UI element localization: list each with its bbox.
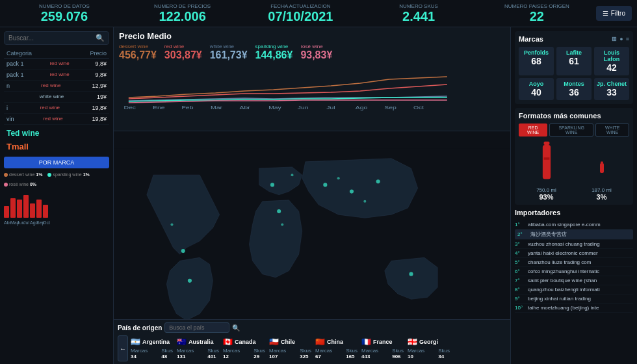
country-name: Georgi bbox=[419, 339, 438, 345]
search-input[interactable] bbox=[8, 34, 96, 42]
marcas-value: 12 bbox=[223, 354, 240, 359]
marcas-value: 443 bbox=[361, 354, 378, 359]
ted-wine-label: Ted wine bbox=[4, 125, 109, 139]
imp-num: 8° bbox=[515, 287, 525, 292]
map-section: País de origen 🔍 ← 🇦🇷 Argentina Marcas 3… bbox=[114, 131, 510, 364]
country-stats: Marcas 107 Skus 325 bbox=[269, 348, 311, 359]
formato-tab-whitewine[interactable]: WHITE WINE bbox=[595, 124, 629, 136]
country-search-icon: 🔍 bbox=[232, 324, 240, 332]
country-bar: País de origen 🔍 ← 🇦🇷 Argentina Marcas 3… bbox=[114, 319, 510, 364]
precio-stat-dessert: dessert wine456,77¥ bbox=[119, 44, 157, 61]
marcas-title-text: Marcas bbox=[519, 35, 543, 43]
formatos-title: Formatos más comunes bbox=[519, 112, 629, 120]
line-chart: Dec Ene Feb Mar Abr May Jun Jul Ago Sep … bbox=[119, 65, 505, 110]
country-name: China bbox=[327, 339, 343, 345]
p-label: sparkling wine bbox=[255, 44, 293, 49]
country-search-input[interactable] bbox=[164, 322, 229, 333]
por-marca-button[interactable]: POR MARCA bbox=[4, 157, 109, 168]
marca-name: Montes bbox=[559, 81, 589, 87]
importador-row: 5°chanzhou liuze trading com bbox=[515, 258, 633, 267]
chart-bar bbox=[23, 195, 29, 218]
svg-text:Oct: Oct bbox=[413, 105, 424, 110]
grid-icon[interactable]: ⊞ bbox=[612, 36, 617, 42]
svg-rect-26 bbox=[542, 145, 550, 179]
center-panel: Precio Medio dessert wine456,77¥red wine… bbox=[114, 27, 510, 364]
marca-card: Montes36 bbox=[556, 78, 592, 100]
marcas-section: Marcas ⊞ ● ≡ Penfolds68Lafite61Louis Laf… bbox=[515, 31, 633, 104]
marca-card: Penfolds68 bbox=[519, 47, 554, 75]
skus-col: Skus 906 bbox=[392, 348, 404, 359]
formato-tab-redwine[interactable]: RED WINE bbox=[519, 124, 547, 136]
formato-tab-sparklingwine[interactable]: SPARKLING WINE bbox=[549, 124, 593, 136]
country-name-row: 🇦🇺 Australia bbox=[177, 337, 219, 346]
bottle-750: 750.0 ml 93% bbox=[536, 140, 556, 201]
marca-count: 42 bbox=[597, 62, 627, 73]
country-card-france: 🇫🇷 France Marcas 443 Skus 906 bbox=[361, 337, 404, 359]
mini-chart bbox=[4, 188, 109, 220]
skus-label: Skus bbox=[161, 348, 173, 354]
skus-col: Skus 401 bbox=[207, 348, 219, 359]
svg-point-17 bbox=[350, 190, 354, 194]
stat-fecha: Fecha actualizacion 07/10/2021 bbox=[242, 3, 360, 24]
prev-country-button[interactable]: ← bbox=[118, 335, 128, 361]
importador-row: 3°xuzhou zhonasi chuang trading bbox=[515, 240, 633, 249]
country-stats: Marcas 12 Skus 29 bbox=[223, 348, 265, 359]
row-type: red wine bbox=[49, 72, 69, 78]
country-stats: Marcas 34 Skus 48 bbox=[131, 348, 173, 359]
skus-col: Skus 34 bbox=[438, 348, 450, 359]
skus-value: 165 bbox=[346, 354, 358, 359]
marcas-value: 131 bbox=[177, 354, 194, 359]
skus-col: Skus 325 bbox=[300, 348, 311, 359]
menu-icon[interactable]: ≡ bbox=[626, 36, 629, 42]
imp-name: xuzhou zhonasi chuang trading bbox=[528, 241, 600, 247]
svg-text:Ago: Ago bbox=[356, 105, 368, 110]
precio-stat-rose: rosé wine93,83¥ bbox=[300, 44, 332, 61]
row-type: white wine bbox=[40, 94, 64, 100]
chart-bar bbox=[30, 203, 35, 218]
imp-name: quangzhou baizhengli informati bbox=[528, 287, 600, 292]
importador-row: 8°quangzhou baizhengli informati bbox=[515, 285, 633, 294]
bottle-187-pct: 3% bbox=[592, 193, 612, 201]
svg-rect-25 bbox=[543, 142, 549, 145]
right-panel: Marcas ⊞ ● ≡ Penfolds68Lafite61Louis Laf… bbox=[510, 27, 637, 364]
row-price: 19¥ bbox=[97, 94, 107, 100]
search-icon: 🔍 bbox=[96, 34, 105, 42]
row-price: 9,8¥ bbox=[95, 60, 107, 67]
svg-text:Mar: Mar bbox=[211, 105, 222, 110]
marcas-col: Marcas 10 bbox=[408, 348, 424, 359]
chart-label: Jul bbox=[23, 220, 29, 225]
country-name: France bbox=[373, 339, 393, 345]
marcas-col: Marcas 107 bbox=[269, 348, 286, 359]
legend-item: dessert wine 1% bbox=[4, 172, 42, 177]
marcas-label: Marcas bbox=[177, 348, 194, 354]
filter-button[interactable]: ☰ Filtro bbox=[596, 6, 632, 21]
precio-stat-white: white wine161,73¥ bbox=[210, 44, 248, 61]
marca-card: Aoyo40 bbox=[519, 78, 554, 100]
chart-label: Oct bbox=[43, 220, 48, 225]
marcas-col: Marcas 12 bbox=[223, 348, 240, 359]
country-name-row: 🇦🇷 Argentina bbox=[131, 337, 173, 346]
p-value: 144,86¥ bbox=[255, 49, 293, 61]
left-panel: 🔍 Categoria Precio pack 1red wine9,8¥pac… bbox=[0, 27, 114, 364]
skus-value: 325 bbox=[300, 354, 311, 359]
circle-icon[interactable]: ● bbox=[619, 36, 623, 42]
country-flag: 🇬🇪 bbox=[408, 337, 417, 346]
marcas-value: 67 bbox=[315, 354, 332, 359]
country-search-row: País de origen 🔍 bbox=[118, 322, 506, 333]
search-bar[interactable]: 🔍 bbox=[4, 31, 109, 45]
marca-name: Aoyo bbox=[521, 81, 551, 87]
country-card-canada: 🇨🇦 Canada Marcas 12 Skus 29 bbox=[223, 337, 265, 359]
country-name: Canada bbox=[235, 339, 256, 345]
marcas-label: Marcas bbox=[223, 348, 240, 354]
precio-medio-section: Precio Medio dessert wine456,77¥red wine… bbox=[114, 27, 510, 131]
skus-col: Skus 48 bbox=[161, 348, 173, 359]
imp-num: 3° bbox=[515, 241, 525, 247]
stat-skus-value: 2.441 bbox=[359, 9, 478, 24]
legend-item: sparkling wine 1% bbox=[47, 172, 89, 177]
imp-num: 1° bbox=[515, 222, 525, 228]
marcas-col: Marcas 443 bbox=[361, 348, 378, 359]
imp-name: cofco mingzhuanghui internatic bbox=[528, 268, 599, 274]
tmall-logo: Tmall bbox=[4, 139, 109, 154]
svg-text:Jun: Jun bbox=[298, 105, 309, 110]
precio-stats: dessert wine456,77¥red wine303,87¥white … bbox=[119, 44, 505, 61]
